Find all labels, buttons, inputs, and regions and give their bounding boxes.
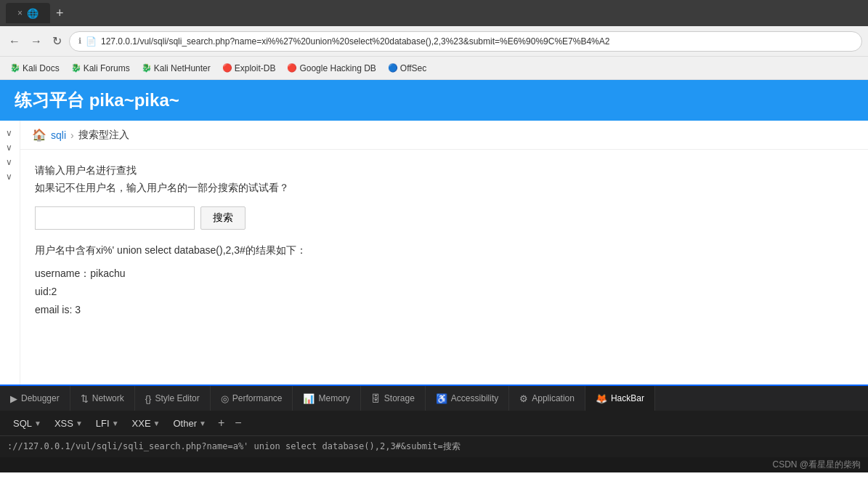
tab-style-editor-label: Style Editor <box>155 393 199 403</box>
tab-debugger-label: Debugger <box>21 393 60 403</box>
bookmark-offsec[interactable]: 🔵 OffSec <box>384 62 431 75</box>
tab-favicon: 🌐 <box>27 8 38 19</box>
devtools-panel: ▶ Debugger ⇅ Network {} Style Editor ◎ P… <box>0 385 868 472</box>
hackbar-content: SQL ▼ XSS ▼ LFI ▼ XXE ▼ Other ▼ <box>0 411 868 457</box>
kali-nethunter-icon: 🐉 <box>142 63 152 73</box>
tab-memory[interactable]: 📊 Memory <box>293 385 360 411</box>
kali-docs-label: Kali Docs <box>23 63 60 73</box>
browser-tab[interactable]: × 🌐 <box>6 3 50 23</box>
sidebar-toggles: ∨ ∨ ∨ ∨ <box>0 121 20 189</box>
application-icon: ⚙ <box>519 393 528 404</box>
kali-forums-label: Kali Forums <box>84 63 130 73</box>
google-hacking-label: Google Hacking DB <box>299 63 376 73</box>
tab-application[interactable]: ⚙ Application <box>509 385 585 411</box>
hackbar-xxe-arrow: ▼ <box>153 419 161 427</box>
offsec-icon: 🔵 <box>388 63 398 73</box>
tab-hackbar[interactable]: 🦊 HackBar <box>585 385 655 411</box>
page-outer: 练习平台 pika~pika~ ∨ ∨ ∨ ∨ 🏠 sqli › 搜索型注入 请… <box>0 80 868 472</box>
search-row: 搜索 <box>35 206 853 230</box>
google-hacking-icon: 🔴 <box>287 63 297 73</box>
new-tab-button[interactable]: + <box>56 7 64 20</box>
performance-icon: ◎ <box>221 393 229 404</box>
search-hint-1: 请输入用户名进行查找 <box>35 164 853 177</box>
refresh-button[interactable]: ↻ <box>49 31 65 51</box>
hackbar-icon: 🦊 <box>596 393 607 404</box>
bookmark-google-hacking-db[interactable]: 🔴 Google Hacking DB <box>283 62 380 75</box>
accessibility-icon: ♿ <box>436 393 447 404</box>
hackbar-xss-menu[interactable]: XSS ▼ <box>49 416 89 430</box>
home-icon: 🏠 <box>32 128 46 142</box>
bookmarks-bar: 🐉 Kali Docs 🐉 Kali Forums 🐉 Kali NetHunt… <box>0 57 868 80</box>
address-bar[interactable]: ℹ 📄 127.0.0.1/vul/sqli/sqli_search.php?n… <box>69 31 862 52</box>
forward-button[interactable]: → <box>28 32 45 51</box>
breadcrumb: 🏠 sqli › 搜索型注入 <box>20 121 868 150</box>
tab-network-label: Network <box>92 393 124 403</box>
network-icon: ⇅ <box>81 393 89 404</box>
browser-nav-bar: ← → ↻ ℹ 📄 127.0.0.1/vul/sqli/sqli_search… <box>0 26 868 57</box>
results-section: 用户名中含有xi%' union select database(),2,3#的… <box>20 237 868 327</box>
exploit-db-icon: 🔴 <box>222 63 232 73</box>
search-hint-2: 如果记不住用户名，输入用户名的一部分搜索的试试看？ <box>35 182 853 195</box>
search-section: 请输入用户名进行查找 如果记不住用户名，输入用户名的一部分搜索的试试看？ 搜索 <box>20 150 868 237</box>
tab-style-editor[interactable]: {} Style Editor <box>135 385 211 411</box>
bookmark-kali-forums[interactable]: 🐉 Kali Forums <box>67 62 134 75</box>
tab-performance[interactable]: ◎ Performance <box>211 385 293 411</box>
content-area: ∨ ∨ ∨ ∨ 🏠 sqli › 搜索型注入 请输入用户名进行查找 如果记不住用… <box>0 121 868 397</box>
bookmark-kali-docs[interactable]: 🐉 Kali Docs <box>6 62 64 75</box>
breadcrumb-current: 搜索型注入 <box>78 129 129 142</box>
tab-debugger[interactable]: ▶ Debugger <box>0 385 70 411</box>
hackbar-other-arrow: ▼ <box>199 419 206 427</box>
hackbar-lfi-arrow: ▼ <box>112 419 119 427</box>
result-email: email is: 3 <box>35 301 853 319</box>
toggle-arrow-3[interactable]: ∨ <box>4 156 15 169</box>
hackbar-xxe-label: XXE <box>132 418 151 429</box>
lock-icon: 📄 <box>86 36 97 47</box>
address-text: 127.0.0.1/vul/sqli/sqli_search.php?name=… <box>101 36 609 47</box>
devtools-tabs: ▶ Debugger ⇅ Network {} Style Editor ◎ P… <box>0 385 868 411</box>
tab-storage-label: Storage <box>384 393 415 403</box>
kali-docs-icon: 🐉 <box>10 63 20 73</box>
hackbar-sql-menu[interactable]: SQL ▼ <box>7 416 47 430</box>
hackbar-sql-arrow: ▼ <box>34 419 41 427</box>
kali-nethunter-label: Kali NetHunter <box>154 63 211 73</box>
hackbar-remove-button[interactable]: − <box>230 415 246 431</box>
debugger-icon: ▶ <box>10 393 17 404</box>
site-header: 练习平台 pika~pika~ <box>0 80 868 121</box>
results-query-text: 用户名中含有xi%' union select database(),2,3#的… <box>35 244 853 257</box>
storage-icon: 🗄 <box>371 393 381 404</box>
hackbar-other-menu[interactable]: Other ▼ <box>167 416 211 430</box>
bookmark-exploit-db[interactable]: 🔴 Exploit-DB <box>218 62 280 75</box>
hackbar-lfi-menu[interactable]: LFI ▼ <box>90 416 125 430</box>
tab-network[interactable]: ⇅ Network <box>70 385 135 411</box>
search-button[interactable]: 搜索 <box>200 206 246 230</box>
bookmark-kali-nethunter[interactable]: 🐉 Kali NetHunter <box>137 62 215 75</box>
tab-hackbar-label: HackBar <box>611 393 644 403</box>
site-title: 练习平台 pika~pika~ <box>15 90 179 110</box>
hackbar-xss-arrow: ▼ <box>76 419 83 427</box>
main-content: 🏠 sqli › 搜索型注入 请输入用户名进行查找 如果记不住用户名，输入用户名… <box>20 121 868 397</box>
tab-accessibility-label: Accessibility <box>451 393 498 403</box>
breadcrumb-parent-link[interactable]: sqli <box>51 129 66 141</box>
info-icon: ℹ <box>78 36 81 46</box>
tab-close[interactable]: × <box>17 8 23 18</box>
tab-storage[interactable]: 🗄 Storage <box>361 385 426 411</box>
hackbar-menu-bar: SQL ▼ XSS ▼ LFI ▼ XXE ▼ Other ▼ <box>0 411 868 436</box>
offsec-label: OffSec <box>400 63 426 73</box>
tab-accessibility[interactable]: ♿ Accessibility <box>426 385 509 411</box>
breadcrumb-separator: › <box>70 129 74 141</box>
result-username: username：pikachu <box>35 265 853 283</box>
toggle-arrow-4[interactable]: ∨ <box>4 170 15 183</box>
hackbar-xss-label: XSS <box>54 418 73 429</box>
hackbar-lfi-label: LFI <box>96 418 110 429</box>
hackbar-add-button[interactable]: + <box>214 415 229 431</box>
search-input[interactable] <box>35 206 195 230</box>
toggle-arrow-1[interactable]: ∨ <box>4 126 15 140</box>
tab-memory-label: Memory <box>318 393 349 403</box>
csdn-credit-text: CSDN @看星星的柴狗 <box>772 459 861 471</box>
hackbar-xxe-menu[interactable]: XXE ▼ <box>126 416 166 430</box>
result-uid: uid:2 <box>35 283 853 301</box>
hackbar-sql-label: SQL <box>13 418 32 429</box>
tab-performance-label: Performance <box>232 393 283 403</box>
back-button[interactable]: ← <box>6 32 23 51</box>
toggle-arrow-2[interactable]: ∨ <box>4 141 15 154</box>
